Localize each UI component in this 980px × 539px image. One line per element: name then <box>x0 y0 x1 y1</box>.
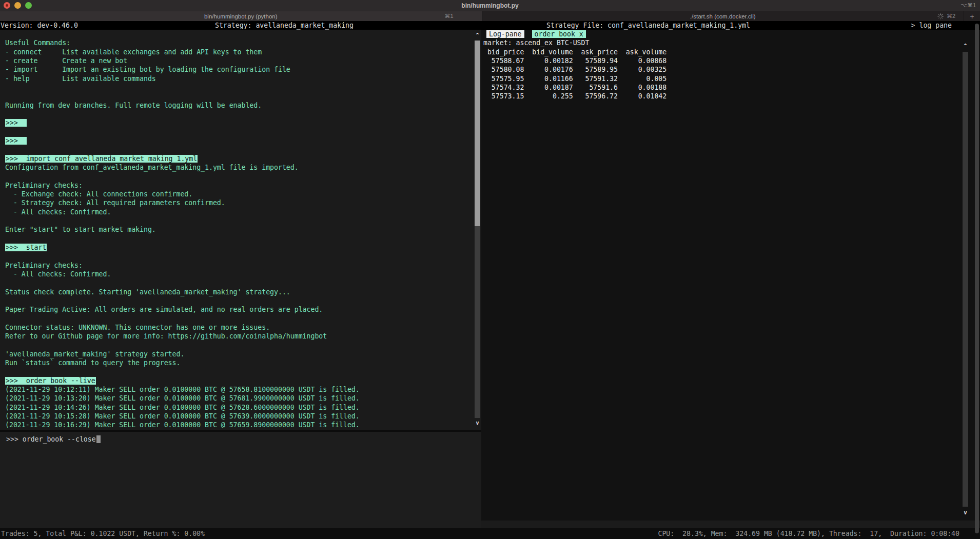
scrollbar-thumb[interactable] <box>475 41 480 226</box>
new-tab-button[interactable]: + <box>964 11 980 21</box>
log-line: - help List available commands <box>5 74 481 83</box>
tab-shortcut: ⌘1 <box>444 13 453 19</box>
log-line <box>5 172 481 181</box>
log-line: Configuration from conf_avellaneda_marke… <box>5 163 481 172</box>
output-lines: Useful Commands:- connect List available… <box>0 30 481 430</box>
order-book-header: ask_price <box>573 48 618 56</box>
tab-log-pane[interactable]: Log-pane <box>486 30 524 38</box>
log-line: 'avellaneda_market_making' strategy star… <box>5 350 481 358</box>
scroll-down-icon[interactable]: v <box>962 509 969 516</box>
command-input-pane[interactable]: >>> order_book --close <box>0 432 481 529</box>
order-book-header: bid_volume <box>524 48 573 56</box>
tab-order-book[interactable]: order_book x <box>532 30 586 38</box>
log-line: Enter "start" to start market making. <box>5 225 481 234</box>
output-scrollbar[interactable]: ^ v <box>474 30 481 430</box>
log-line <box>5 216 481 225</box>
command-echo-line: >>> <box>5 118 481 127</box>
tab-bar: bin/hummingbot.py (python) ⌘1 ./start.sh… <box>0 11 980 21</box>
window-scrollbar[interactable] <box>975 24 979 533</box>
log-line <box>5 234 481 243</box>
command-echo-line: >>> order_book --live <box>5 376 481 385</box>
log-line <box>5 128 481 136</box>
version-label: Version: dev-0.46.0 <box>1 21 78 30</box>
log-line <box>5 314 481 323</box>
status-bar: Trades: 5, Total P&L: 0.1022 USDT, Retur… <box>0 528 980 539</box>
order-book-cell: 0.00182 <box>524 56 573 65</box>
right-column: Log-pane order_book x market: ascend_ex … <box>481 30 980 529</box>
minimize-window-button[interactable] <box>14 2 21 9</box>
scrollbar-track[interactable] <box>475 226 480 418</box>
log-line: Paper Trading Active: All orders are sim… <box>5 305 481 314</box>
log-line: (2021-11-29 10:16:29) Maker SELL order 0… <box>5 421 481 429</box>
log-line <box>5 145 481 154</box>
order-book-cell: 57589.94 <box>573 56 618 65</box>
log-line <box>5 30 481 38</box>
tab-shortcut: ⌘2 <box>947 13 955 19</box>
log-line: - Exchange check: All connections confir… <box>5 190 481 198</box>
order-book-header: ask_volume <box>618 48 667 56</box>
tab-label: bin/hummingbot.py (python) <box>204 13 278 19</box>
log-line <box>5 83 481 92</box>
window-titlebar: bin/hummingbot.py ⌥⌘1 <box>0 0 980 11</box>
order-book-cell: 0.00176 <box>524 65 573 74</box>
hummingbot-app: Version: dev-0.46.0 Strategy: avellaneda… <box>0 21 980 529</box>
order-book-cell: 57574.32 <box>483 83 524 92</box>
order-book-cell: 57580.08 <box>483 65 524 74</box>
traffic-lights <box>4 2 32 9</box>
order-book-header: bid_price <box>483 48 524 56</box>
order-book-table: bid_pricebid_volumeask_priceask_volume57… <box>483 48 980 101</box>
app-header: Version: dev-0.46.0 Strategy: avellaneda… <box>0 21 980 30</box>
output-pane: Useful Commands:- connect List available… <box>0 30 481 430</box>
order-book-cell: 0.00188 <box>618 83 667 92</box>
log-line: Useful Commands: <box>5 38 481 47</box>
market-label: market: ascend_ex BTC-USDT <box>483 38 980 47</box>
scroll-up-icon[interactable]: ^ <box>474 32 481 38</box>
log-line: Connector status: UNKNOWN. This connecto… <box>5 323 481 332</box>
log-line: - All checks: Confirmed. <box>5 208 481 216</box>
tab-hummingbot[interactable]: bin/hummingbot.py (python) ⌘1 <box>0 11 482 21</box>
log-line: (2021-11-29 10:14:26) Maker SELL order 0… <box>5 403 481 412</box>
log-line <box>5 367 481 376</box>
log-pane-scrollbar[interactable]: ^ v <box>962 30 969 521</box>
order-book-cell: 0.00187 <box>524 83 573 92</box>
log-pane-toggle[interactable]: > log pane <box>911 21 952 30</box>
log-line: Preliminary checks: <box>5 181 481 190</box>
window-shortcut: ⌥⌘1 <box>961 2 976 9</box>
log-line: - connect List available exchanges and a… <box>5 48 481 56</box>
log-line: (2021-11-29 10:15:28) Maker SELL order 0… <box>5 412 481 421</box>
order-book-cell: 0.00325 <box>618 65 667 74</box>
trades-status: Trades: 5, Total P&L: 0.1022 USDT, Retur… <box>1 530 205 537</box>
text-cursor <box>96 435 101 443</box>
log-line <box>5 92 481 101</box>
log-line: - create Create a new bot <box>5 56 481 65</box>
scroll-down-icon[interactable]: v <box>474 420 481 426</box>
log-line: Preliminary checks: <box>5 261 481 270</box>
tab-docker[interactable]: ./start.sh (com.docker.cli) <box>482 11 964 21</box>
log-pane: Log-pane order_book x market: ascend_ex … <box>481 30 980 521</box>
log-line: - All checks: Confirmed. <box>5 270 481 278</box>
order-book-cell: 57588.67 <box>483 56 524 65</box>
order-book-cell: 57575.95 <box>483 74 524 83</box>
log-line: - Strategy check: All required parameter… <box>5 198 481 207</box>
scroll-up-icon[interactable]: ^ <box>962 43 969 49</box>
log-line: (2021-11-29 10:12:11) Maker SELL order 0… <box>5 385 481 394</box>
order-book-cell: 57573.15 <box>483 92 524 101</box>
scrollbar-thumb[interactable] <box>963 52 968 507</box>
close-window-button[interactable] <box>4 2 10 9</box>
order-book-cell: 0.255 <box>524 92 573 101</box>
log-line <box>5 252 481 261</box>
order-book-cell: 57591.32 <box>573 74 618 83</box>
command-echo-line: >>> <box>5 136 481 145</box>
log-line <box>5 341 481 349</box>
log-line: Running from dev branches. Full remote l… <box>5 101 481 110</box>
activity-spinner-icon <box>937 13 944 19</box>
log-line <box>5 110 481 118</box>
zoom-window-button[interactable] <box>25 2 32 9</box>
log-line: Status check complete. Starting 'avellan… <box>5 288 481 296</box>
log-line: Refer to our Github page for more info: … <box>5 332 481 341</box>
strategy-label: Strategy: avellaneda_market_making <box>215 21 354 30</box>
order-book-cell: 0.005 <box>618 74 667 83</box>
order-book-cell: 0.01042 <box>618 92 667 101</box>
log-line: - import Import an existing bot by loadi… <box>5 65 481 74</box>
order-book-cell: 57591.6 <box>573 83 618 92</box>
